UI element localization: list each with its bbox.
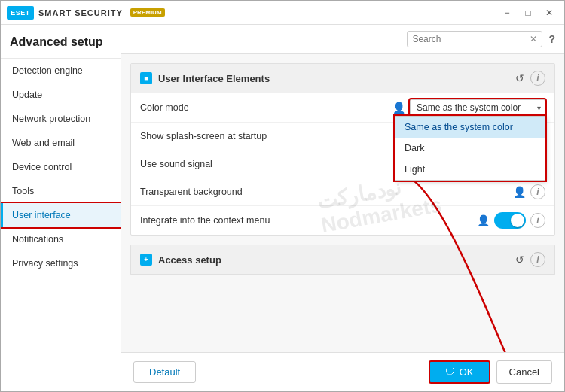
transparent-bg-label: Transparent background [140, 187, 513, 197]
content-area: ✕ ? نودمارکتNodmarkets [121, 25, 564, 391]
app-logo: ESET SMART SECURITY PREMIUM [7, 6, 165, 20]
content-header: ✕ ? [121, 25, 564, 54]
content-inner: نودمارکتNodmarkets [121, 54, 564, 352]
sidebar-header: Advanced setup [1, 25, 121, 59]
color-mode-label: Color mode [140, 102, 392, 113]
color-mode-dropdown-popup: Same as the system color Dark Light [395, 116, 545, 181]
transparent-info-button[interactable]: i [530, 184, 545, 199]
color-mode-row: Color mode 👤 Same as the system color ▾ [131, 93, 554, 123]
bottom-bar: Default 🛡 OK Cancel [121, 352, 564, 391]
ok-button[interactable]: 🛡 OK [429, 360, 490, 384]
bottom-right-buttons: 🛡 OK Cancel [429, 360, 552, 384]
sidebar-item-device-control[interactable]: Device control [1, 155, 121, 179]
section-info-button[interactable]: i [530, 71, 545, 86]
dropdown-option-dark[interactable]: Dark [396, 138, 545, 159]
ok-label: OK [460, 366, 474, 378]
person-icon-4: 👤 [513, 186, 526, 198]
minimize-button[interactable]: − [498, 5, 516, 20]
sidebar: Advanced setup Detection engine Update N… [1, 25, 121, 391]
access-section-icon: + [140, 254, 152, 266]
dropdown-option-light[interactable]: Light [396, 159, 545, 180]
sidebar-item-web-email[interactable]: Web and email [1, 131, 121, 155]
access-section-title: Access setup [158, 254, 221, 266]
access-reset-button[interactable]: ↺ [515, 254, 524, 266]
section-header-access: + Access setup ↺ i [131, 245, 554, 275]
integrate-toggle[interactable] [494, 212, 526, 229]
access-info-button[interactable]: i [530, 252, 545, 267]
section-title: User Interface Elements [158, 73, 270, 84]
dropdown-value: Same as the system color [417, 102, 521, 113]
sidebar-item-privacy-settings[interactable]: Privacy settings [1, 251, 121, 275]
maximize-button[interactable]: □ [519, 5, 537, 20]
reset-button[interactable]: ↺ [515, 72, 524, 84]
sidebar-item-user-interface[interactable]: User interface [1, 203, 121, 227]
sidebar-item-update[interactable]: Update [1, 83, 121, 107]
toggle-knob [511, 214, 524, 227]
help-button[interactable]: ? [548, 33, 555, 45]
access-setup-section: + Access setup ↺ i [130, 245, 555, 275]
color-mode-dropdown[interactable]: Same as the system color [410, 99, 545, 116]
premium-badge: PREMIUM [130, 8, 165, 17]
close-button[interactable]: ✕ [540, 5, 558, 20]
titlebar: ESET SMART SECURITY PREMIUM − □ ✕ [1, 1, 564, 25]
color-mode-dropdown-container: Same as the system color ▾ Same as the s… [410, 99, 545, 116]
dropdown-option-same[interactable]: Same as the system color [396, 117, 545, 138]
sidebar-item-notifications[interactable]: Notifications [1, 227, 121, 251]
search-input[interactable] [412, 34, 530, 44]
integrate-control: 👤 i [477, 212, 545, 229]
section-actions: ↺ i [515, 71, 545, 86]
search-box: ✕ [407, 31, 542, 47]
access-section-actions: ↺ i [515, 252, 545, 267]
window-controls: − □ ✕ [498, 5, 558, 20]
main-window: ESET SMART SECURITY PREMIUM − □ ✕ Advanc… [0, 0, 565, 392]
default-button[interactable]: Default [133, 361, 196, 383]
integrate-context-label: Integrate into the context menu [140, 215, 477, 226]
integrate-info-button[interactable]: i [530, 213, 545, 228]
section-header-ui-elements: ■ User Interface Elements ↺ i [131, 64, 554, 93]
sidebar-item-tools[interactable]: Tools [1, 179, 121, 203]
person-icon: 👤 [392, 102, 405, 114]
integrate-context-menu-row: Integrate into the context menu 👤 i [131, 206, 554, 235]
sidebar-item-network-protection[interactable]: Network protection [1, 107, 121, 131]
eset-logo-icon: ESET [7, 6, 34, 20]
cancel-button[interactable]: Cancel [496, 360, 552, 384]
search-clear-button[interactable]: ✕ [530, 34, 537, 44]
section-icon: ■ [140, 72, 152, 84]
main-content: Advanced setup Detection engine Update N… [1, 25, 564, 391]
ok-icon: 🛡 [445, 366, 455, 378]
user-interface-elements-section: ■ User Interface Elements ↺ i Color mode… [130, 63, 555, 236]
transparent-control: 👤 i [513, 184, 545, 199]
color-mode-control: 👤 Same as the system color ▾ Same as the… [392, 99, 545, 116]
transparent-bg-row: Transparent background 👤 i [131, 178, 554, 206]
app-name: SMART SECURITY [38, 8, 123, 17]
person-icon-5: 👤 [477, 214, 490, 226]
sidebar-item-detection-engine[interactable]: Detection engine [1, 59, 121, 83]
